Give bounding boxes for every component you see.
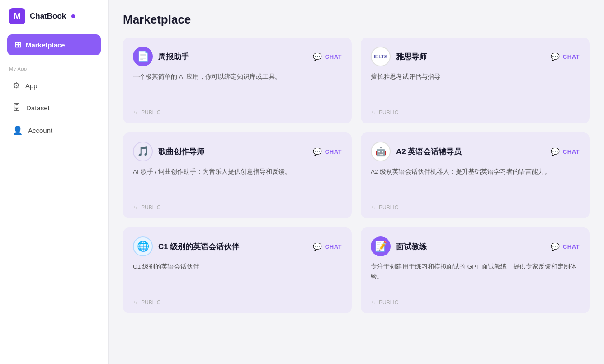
sidebar-item-account-label: Account [28, 127, 52, 134]
card-header-weekly-report: 📄 周报助手 💬 CHAT [133, 47, 342, 66]
ielts-chat-button[interactable]: 💬 CHAT [551, 52, 580, 61]
song-public-label: PUBLIC [141, 204, 160, 211]
share-icon-5: ⤷ [133, 299, 138, 306]
a2-icon: 🤖 [371, 142, 391, 161]
card-interview-coach: 📝 面试教练 💬 CHAT 专注于创建用于练习和模拟面试的 GPT 面试教练，提… [361, 227, 590, 313]
card-weekly-report: 📄 周报助手 💬 CHAT 一个极其简单的 AI 应用，你可以绑定知识库或工具。… [123, 38, 352, 123]
c1-icon: 🌐 [133, 236, 153, 256]
interview-chat-button[interactable]: 💬 CHAT [551, 242, 580, 251]
card-ielts-tutor: IELTS 雅思导师 💬 CHAT 擅长雅思考试评估与指导 ⤷ PUBLIC [361, 38, 590, 123]
sidebar-item-dataset-label: Dataset [26, 104, 50, 112]
sidebar: M ChatBook ⊞ Marketplace My App ⚙ App 🗄 … [0, 0, 109, 364]
weekly-report-desc: 一个极其简单的 AI 应用，你可以绑定知识库或工具。 [133, 72, 342, 102]
a2-chat-label: CHAT [563, 148, 580, 155]
logo-text: ChatBook [30, 12, 66, 21]
sidebar-item-app[interactable]: ⚙ App [4, 75, 104, 96]
share-icon-6: ⤷ [371, 299, 376, 306]
a2-footer: ⤷ PUBLIC [371, 204, 580, 211]
my-app-section-label: My App [0, 62, 108, 74]
chat-bubble-icon-5: 💬 [313, 242, 322, 251]
chat-bubble-icon-4: 💬 [551, 147, 560, 156]
dataset-icon: 🗄 [13, 103, 21, 113]
card-title-row: 📄 周报助手 [133, 47, 189, 66]
weekly-report-chat-label: CHAT [325, 53, 342, 60]
interview-public-label: PUBLIC [379, 299, 398, 306]
weekly-report-public-label: PUBLIC [141, 109, 160, 116]
card-header-c1: 🌐 C1 级别的英语会话伙伴 💬 CHAT [133, 236, 342, 256]
card-title-row: 📝 面试教练 [371, 236, 427, 256]
a2-public-label: PUBLIC [379, 204, 398, 211]
marketplace-icon: ⊞ [14, 40, 21, 50]
share-icon-2: ⤷ [371, 109, 376, 116]
sidebar-item-account[interactable]: 👤 Account [4, 120, 104, 141]
card-a2-english: 🤖 A2 英语会话辅导员 💬 CHAT A2 级别英语会话伙伴机器人：提升基础英… [361, 132, 590, 218]
logo-badge [71, 14, 75, 18]
c1-chat-label: CHAT [325, 243, 342, 250]
interview-title: 面试教练 [396, 241, 427, 252]
song-icon: 🎵 [133, 142, 153, 161]
chat-bubble-icon: 💬 [313, 52, 322, 61]
card-c1-english: 🌐 C1 级别的英语会话伙伴 💬 CHAT C1 级别的英语会话伙伴 ⤷ PUB… [123, 227, 352, 313]
ielts-public-label: PUBLIC [379, 109, 398, 116]
share-icon-3: ⤷ [133, 204, 138, 211]
sidebar-item-app-label: App [25, 82, 38, 90]
card-song-creator: 🎵 歌曲创作导师 💬 CHAT AI 歌手 / 词曲创作助手：为音乐人提供创意指… [123, 132, 352, 218]
c1-chat-button[interactable]: 💬 CHAT [313, 242, 342, 251]
page-title: Marketplace [123, 13, 590, 27]
card-header-a2: 🤖 A2 英语会话辅导员 💬 CHAT [371, 142, 580, 161]
card-title-row: 🎵 歌曲创作导师 [133, 142, 204, 161]
card-title-row: 🌐 C1 级别的英语会话伙伴 [133, 236, 239, 256]
c1-desc: C1 级别的英语会话伙伴 [133, 262, 342, 292]
c1-title: C1 级别的英语会话伙伴 [158, 241, 239, 252]
interview-icon: 📝 [371, 236, 391, 256]
chat-bubble-icon-2: 💬 [551, 52, 560, 61]
ielts-chat-label: CHAT [563, 53, 580, 60]
account-icon: 👤 [13, 125, 23, 135]
a2-desc: A2 级别英语会话伙伴机器人：提升基础英语学习者的语言能力。 [371, 167, 580, 197]
interview-desc: 专注于创建用于练习和模拟面试的 GPT 面试教练，提供专家反馈和定制体验。 [371, 262, 580, 292]
ielts-footer: ⤷ PUBLIC [371, 109, 580, 116]
ielts-icon: IELTS [371, 47, 391, 66]
interview-chat-label: CHAT [563, 243, 580, 250]
cards-grid: 📄 周报助手 💬 CHAT 一个极其简单的 AI 应用，你可以绑定知识库或工具。… [123, 38, 590, 313]
main-content: Marketplace 📄 周报助手 💬 CHAT 一个极其简单的 AI 应用，… [109, 0, 604, 364]
song-chat-label: CHAT [325, 148, 342, 155]
marketplace-nav-button[interactable]: ⊞ Marketplace [7, 34, 101, 55]
app-icon: ⚙ [13, 80, 20, 90]
marketplace-btn-label: Marketplace [26, 41, 65, 49]
weekly-report-chat-button[interactable]: 💬 CHAT [313, 52, 342, 61]
c1-public-label: PUBLIC [141, 299, 160, 306]
logo-icon: M [9, 8, 25, 24]
song-footer: ⤷ PUBLIC [133, 204, 342, 211]
card-title-row: 🤖 A2 英语会话辅导员 [371, 142, 462, 161]
interview-footer: ⤷ PUBLIC [371, 299, 580, 306]
song-desc: AI 歌手 / 词曲创作助手：为音乐人提供创意指导和反馈。 [133, 167, 342, 197]
weekly-report-footer: ⤷ PUBLIC [133, 109, 342, 116]
weekly-report-title: 周报助手 [158, 52, 189, 62]
ielts-desc: 擅长雅思考试评估与指导 [371, 72, 580, 102]
card-header-interview: 📝 面试教练 💬 CHAT [371, 236, 580, 256]
weekly-report-icon: 📄 [133, 47, 153, 66]
logo-area: M ChatBook [0, 0, 108, 33]
sidebar-item-dataset[interactable]: 🗄 Dataset [4, 98, 104, 118]
card-header-ielts: IELTS 雅思导师 💬 CHAT [371, 47, 580, 66]
share-icon: ⤷ [133, 109, 138, 116]
chat-bubble-icon-6: 💬 [551, 242, 560, 251]
share-icon-4: ⤷ [371, 204, 376, 211]
ielts-title: 雅思导师 [396, 52, 427, 62]
song-chat-button[interactable]: 💬 CHAT [313, 147, 342, 156]
a2-chat-button[interactable]: 💬 CHAT [551, 147, 580, 156]
card-title-row: IELTS 雅思导师 [371, 47, 427, 66]
song-title: 歌曲创作导师 [158, 147, 204, 157]
chat-bubble-icon-3: 💬 [313, 147, 322, 156]
c1-footer: ⤷ PUBLIC [133, 299, 342, 306]
a2-title: A2 英语会话辅导员 [396, 147, 462, 157]
card-header-song: 🎵 歌曲创作导师 💬 CHAT [133, 142, 342, 161]
